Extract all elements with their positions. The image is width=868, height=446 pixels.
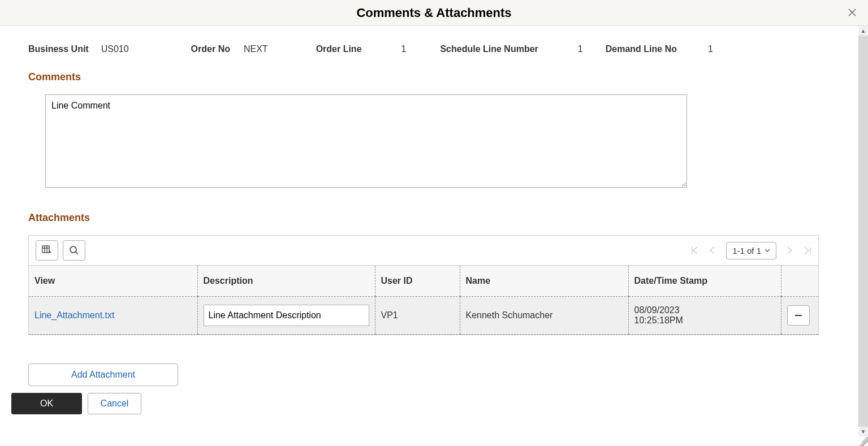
- order-no-label: Order No: [191, 44, 230, 54]
- col-description[interactable]: Description: [197, 266, 375, 297]
- col-view[interactable]: View: [29, 266, 197, 297]
- personalize-icon[interactable]: [36, 240, 58, 261]
- chevron-down-icon: [765, 249, 770, 252]
- cancel-button[interactable]: Cancel: [88, 393, 141, 414]
- table-row: Line_Attachment.txt VP1 Kenneth Schumach…: [29, 297, 818, 335]
- attachment-datetime: 08/09/2023 10:25:18PM: [628, 297, 781, 335]
- resize-grip-icon[interactable]: [858, 436, 868, 446]
- page-indicator[interactable]: 1-1 of 1: [726, 242, 776, 259]
- modal-header: Comments & Attachments: [0, 0, 868, 26]
- scrollbar-track[interactable]: [858, 36, 868, 427]
- modal-title: Comments & Attachments: [356, 6, 511, 20]
- attachments-heading: Attachments: [28, 212, 830, 224]
- content-area: Business Unit US010 Order No NEXT Order …: [0, 26, 858, 436]
- scroll-up-arrow[interactable]: ▲: [858, 26, 868, 36]
- svg-line-7: [76, 252, 78, 254]
- col-name[interactable]: Name: [460, 266, 628, 297]
- order-no-value: NEXT: [244, 44, 268, 54]
- col-actions: [781, 266, 818, 297]
- business-unit-label: Business Unit: [28, 44, 89, 54]
- schedule-line-label: Schedule Line Number: [440, 44, 538, 54]
- next-page-icon[interactable]: [787, 246, 793, 254]
- business-unit-value: US010: [101, 44, 129, 54]
- attachment-time: 10:25:18PM: [634, 315, 775, 326]
- attachment-view-link[interactable]: Line_Attachment.txt: [34, 310, 114, 320]
- order-line-value: 1: [401, 44, 407, 54]
- add-attachment-button[interactable]: Add Attachment: [28, 363, 178, 386]
- svg-point-6: [70, 246, 76, 253]
- demand-line-label: Demand Line No: [606, 44, 677, 54]
- attachment-description-input[interactable]: [204, 305, 369, 326]
- scroll-down-arrow[interactable]: ▼: [858, 427, 868, 436]
- attachment-user-id: VP1: [375, 297, 460, 335]
- comments-heading: Comments: [28, 71, 830, 83]
- order-line-label: Order Line: [316, 44, 362, 54]
- last-page-icon[interactable]: [804, 246, 811, 254]
- ok-button[interactable]: OK: [11, 393, 82, 414]
- demand-line-value: 1: [708, 44, 713, 54]
- grid-toolbar: 1-1 of 1: [29, 236, 818, 265]
- svg-rect-2: [42, 246, 49, 253]
- first-page-icon[interactable]: [691, 246, 699, 254]
- table-header-row: View Description User ID Name Date/Time …: [29, 266, 818, 297]
- schedule-line-value: 1: [578, 44, 583, 54]
- attachments-table: View Description User ID Name Date/Time …: [29, 265, 818, 335]
- attachment-date: 08/09/2023: [634, 305, 775, 315]
- prev-page-icon[interactable]: [709, 246, 716, 254]
- close-icon[interactable]: [848, 7, 857, 20]
- search-icon[interactable]: [63, 240, 85, 261]
- attachments-grid: 1-1 of 1 View: [28, 235, 819, 335]
- col-user-id[interactable]: User ID: [375, 266, 460, 297]
- attachment-name: Kenneth Schumacher: [460, 297, 628, 335]
- page-indicator-text: 1-1 of 1: [732, 246, 761, 256]
- col-datetime[interactable]: Date/Time Stamp: [628, 266, 781, 297]
- delete-row-button[interactable]: [787, 305, 810, 326]
- info-row: Business Unit US010 Order No NEXT Order …: [28, 44, 830, 54]
- comments-textarea[interactable]: [45, 94, 687, 188]
